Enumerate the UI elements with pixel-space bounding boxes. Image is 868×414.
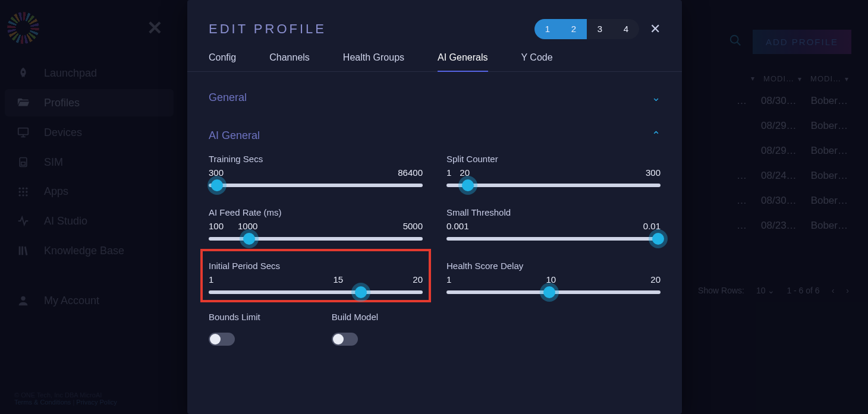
next-page-icon[interactable]: ›: [846, 286, 849, 295]
step-4[interactable]: 4: [613, 19, 639, 39]
step-1[interactable]: 1: [534, 19, 561, 39]
sidebar-close-icon[interactable]: ✕: [144, 18, 165, 37]
slider-value: 20: [460, 168, 470, 178]
toggle-label: Build Model: [332, 312, 378, 322]
slider-label: Health Score Delay: [446, 261, 661, 271]
filter-icon[interactable]: ▾: [798, 75, 802, 83]
spark-icon: [15, 214, 31, 227]
step-2[interactable]: 2: [561, 19, 587, 39]
toggle-build-model: Build Model: [332, 312, 378, 346]
section-title: AI General: [209, 129, 260, 142]
slider-track[interactable]: [209, 184, 423, 187]
cell-user: Bober…: [811, 170, 848, 182]
toggle-switch[interactable]: [209, 333, 235, 346]
page-range: 1 - 6 of 6: [787, 286, 819, 295]
toggle-switch[interactable]: [332, 333, 358, 346]
slider-training-secs[interactable]: Training Secs 300 86400: [209, 154, 423, 187]
slider-track[interactable]: [446, 184, 661, 187]
cell-user: Bober…: [811, 120, 848, 132]
cell-user: Bober…: [811, 220, 848, 232]
add-profile-button[interactable]: ADD PROFILE: [753, 30, 851, 54]
slider-label: Initial Period Secs: [209, 261, 423, 271]
step-3[interactable]: 3: [587, 19, 613, 39]
section-title: General: [209, 91, 247, 104]
sidebar-item-knowledge-base[interactable]: Knowledge Base: [5, 237, 174, 264]
slider-max: 20: [413, 274, 423, 285]
slider-track[interactable]: [446, 290, 661, 294]
slider-health-score-delay[interactable]: Health Score Delay 1 10 20: [446, 261, 661, 294]
tab-config[interactable]: Config: [209, 52, 236, 71]
tab-ai-generals[interactable]: AI Generals: [438, 52, 488, 71]
slider-thumb[interactable]: [243, 233, 255, 245]
slider-label: Training Secs: [209, 154, 423, 164]
tab-y-code[interactable]: Y Code: [521, 52, 553, 71]
footer-privacy-link[interactable]: Privacy Policy: [76, 399, 117, 406]
slider-max: 20: [650, 274, 661, 285]
search-icon[interactable]: [729, 34, 742, 50]
column-header-modified[interactable]: MODI… ▾: [763, 74, 802, 83]
modal-tabs: Config Channels Health Groups AI General…: [187, 39, 682, 72]
slider-thumb[interactable]: [543, 286, 555, 298]
sidebar-item-devices[interactable]: Devices: [5, 119, 174, 146]
pagination: Show Rows: 10 ⌄ 1 - 6 of 6 ‹ ›: [698, 286, 849, 295]
svg-point-7: [22, 191, 24, 192]
svg-point-12: [21, 296, 25, 301]
slider-thumb[interactable]: [462, 179, 474, 191]
section-general[interactable]: General ⌄: [209, 85, 661, 110]
slider-thumb[interactable]: [355, 286, 367, 298]
slider-split-counter[interactable]: Split Counter 1 20 300: [446, 154, 661, 187]
grid-icon: [15, 186, 31, 198]
sidebar-item-label: Profiles: [44, 97, 80, 109]
slider-max: 300: [646, 168, 661, 178]
slider-ai-feed-rate[interactable]: AI Feed Rate (ms) 100 1000 5000: [209, 207, 423, 241]
slider-max: 5000: [403, 221, 423, 231]
show-rows-select[interactable]: 10 ⌄: [756, 286, 775, 295]
sidebar-item-profiles[interactable]: Profiles: [5, 89, 174, 116]
slider-min: 100: [209, 221, 224, 231]
filter-icon[interactable]: ▾: [751, 74, 755, 83]
sidebar-item-apps[interactable]: Apps: [5, 178, 174, 205]
slider-min: 1: [209, 274, 213, 285]
sidebar-item-sim[interactable]: SIM: [5, 148, 174, 176]
footer-terms-link[interactable]: Terms & Conditions: [14, 399, 71, 406]
sidebar-item-ai-studio[interactable]: AI Studio: [5, 207, 174, 235]
cell-date: 08/30…: [761, 95, 797, 107]
sidebar-item-account[interactable]: My Account: [5, 287, 174, 314]
slider-max: 0.01: [643, 221, 661, 231]
sidebar-item-launchpad[interactable]: Launchpad: [5, 59, 174, 87]
slider-small-threshold[interactable]: Small Threshold 0.001 0.01: [446, 207, 661, 241]
cell-user: Bober…: [811, 145, 848, 157]
toggle-bounds-limit: Bounds Limit: [209, 312, 260, 346]
edit-profile-modal: EDIT PROFILE 1 2 3 4 ✕ Config Channels H…: [187, 0, 682, 414]
tab-health-groups[interactable]: Health Groups: [343, 52, 404, 71]
cell-date: 08/30…: [761, 195, 797, 207]
svg-point-11: [26, 194, 27, 196]
slider-min: 300: [209, 168, 224, 178]
modal-close-icon[interactable]: ✕: [650, 21, 661, 37]
sidebar-item-label: Knowledge Base: [44, 245, 124, 257]
sidebar: ✕ Launchpad Profiles Devices SIM: [0, 0, 178, 414]
cell-date: 08/29…: [761, 145, 797, 157]
slider-thumb[interactable]: [652, 233, 664, 245]
svg-point-4: [22, 187, 24, 189]
slider-label: Small Threshold: [446, 207, 661, 217]
tab-channels[interactable]: Channels: [269, 52, 310, 71]
svg-point-6: [19, 191, 21, 192]
column-header-modified-by[interactable]: MODI… ▾: [810, 74, 849, 83]
cell-date: 08/24…: [761, 170, 797, 182]
toggle-label: Bounds Limit: [209, 312, 260, 322]
chevron-up-icon: ⌃: [652, 129, 661, 142]
folder-open-icon: [15, 96, 31, 109]
slider-initial-period-secs[interactable]: Initial Period Secs 1 15 20: [209, 261, 423, 294]
slider-track[interactable]: [209, 290, 423, 294]
app-logo: [7, 12, 39, 44]
slider-thumb[interactable]: [211, 179, 223, 191]
slider-min: 0.001: [446, 221, 469, 231]
section-ai-general[interactable]: AI General ⌃: [209, 123, 661, 148]
prev-page-icon[interactable]: ‹: [832, 286, 835, 295]
slider-track[interactable]: [446, 237, 661, 241]
sidebar-footer: © ONE Tech, Inc DBA MicroAI Terms & Cond…: [0, 391, 131, 406]
filter-icon[interactable]: ▾: [845, 75, 849, 83]
slider-track[interactable]: [209, 237, 423, 241]
slider-value: 10: [546, 274, 556, 285]
